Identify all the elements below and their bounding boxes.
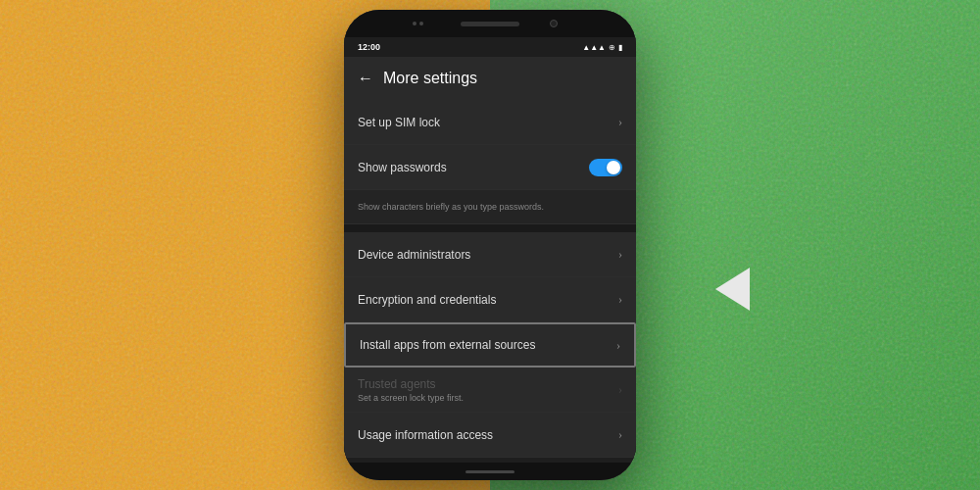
usage-info-chevron-icon: › [618,427,622,442]
pointer-arrow-icon [715,268,750,311]
encryption-label: Encryption and credentials [358,293,496,307]
sensor-dot [419,22,423,25]
divider1 [344,224,636,232]
screen: 12:00 ▲▲▲ ⊕ ▮ ← More settings Set up SIM… [344,37,636,463]
device-admins-text-group: Device administrators [358,248,470,262]
device-admins-item[interactable]: Device administrators › [344,232,636,277]
trusted-agents-text-group: Trusted agents Set a screen lock type fi… [358,377,464,403]
install-apps-label: Install apps from external sources [360,338,535,352]
header: ← More settings [344,57,636,100]
phone: 12:00 ▲▲▲ ⊕ ▮ ← More settings Set up SIM… [344,10,636,480]
home-indicator [466,470,514,473]
encryption-text-group: Encryption and credentials [358,293,496,307]
show-passwords-item[interactable]: Show passwords [344,145,636,190]
sim-lock-chevron-icon: › [618,115,622,129]
status-bar: 12:00 ▲▲▲ ⊕ ▮ [344,37,636,57]
signal-icon: ▲▲▲ [582,43,606,52]
show-passwords-subtext: Show characters briefly as you type pass… [358,202,544,212]
install-apps-item[interactable]: Install apps from external sources › [344,322,636,368]
phone-speaker [461,22,519,26]
scene: 12:00 ▲▲▲ ⊕ ▮ ← More settings Set up SIM… [0,0,980,490]
encryption-item[interactable]: Encryption and credentials › [344,277,636,322]
phone-top-bar [344,10,636,37]
sim-lock-text-group: Set up SIM lock [358,116,440,129]
front-camera [550,20,558,27]
status-time: 12:00 [358,42,380,52]
usage-info-text-group: Usage information access [358,428,493,442]
page-title: More settings [383,70,477,87]
sim-lock-item[interactable]: Set up SIM lock › [344,100,636,145]
back-button[interactable]: ← [358,70,373,87]
sensor-dot [413,22,416,25]
settings-list: Set up SIM lock › Show passwords Show ch… [344,100,636,463]
device-admins-label: Device administrators [358,248,470,262]
usage-info-item[interactable]: Usage information access › [344,413,636,458]
install-apps-chevron-icon: › [616,338,620,353]
wifi-icon: ⊕ [609,43,615,52]
trusted-agents-chevron-icon: › [618,382,622,397]
phone-sensors [413,22,423,25]
toggle-knob [607,161,620,174]
trusted-agents-label: Trusted agents [358,377,464,391]
show-passwords-toggle[interactable] [589,159,622,176]
phone-bottom-bar [344,463,636,480]
status-icons: ▲▲▲ ⊕ ▮ [582,43,622,52]
battery-icon: ▮ [618,43,622,52]
trusted-agents-item[interactable]: Trusted agents Set a screen lock type fi… [344,368,636,413]
install-apps-text-group: Install apps from external sources [360,338,535,352]
show-passwords-text-group: Show passwords [358,161,447,174]
sim-lock-label: Set up SIM lock [358,116,440,129]
device-admins-chevron-icon: › [618,247,622,262]
usage-info-label: Usage information access [358,428,493,442]
show-passwords-subtext-row: Show characters briefly as you type pass… [344,190,636,224]
show-passwords-label: Show passwords [358,161,447,174]
trusted-agents-subtext: Set a screen lock type first. [358,393,464,403]
encryption-chevron-icon: › [618,292,622,307]
